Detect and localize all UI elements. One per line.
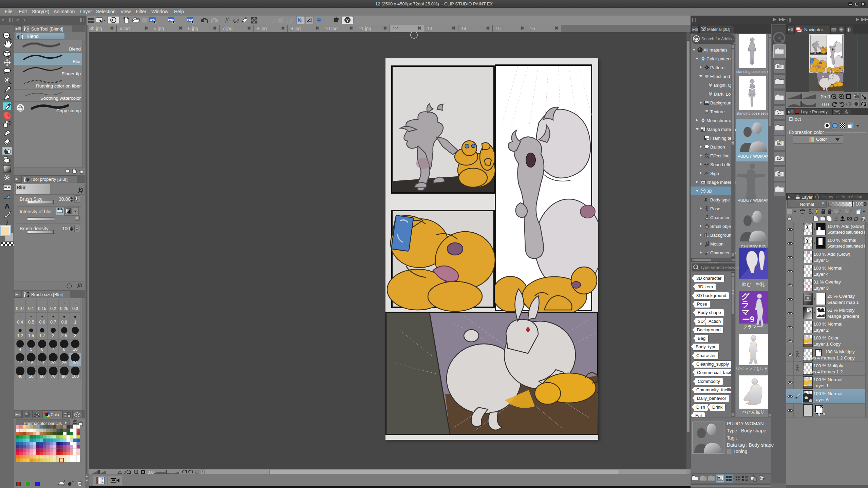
svg-text:standing pose set-stand: standing pose set-stand [736, 70, 771, 74]
svg-text:Motion: Motion [710, 241, 723, 247]
svg-text:30: 30 [73, 360, 78, 365]
svg-text:0.15: 0.15 [38, 306, 46, 311]
svg-text:70: 70 [51, 374, 56, 379]
svg-text:10: 10 [73, 347, 78, 352]
svg-text:0.4: 0.4 [17, 320, 23, 325]
svg-text:standing pose set-cross: standing pose set-cross [736, 111, 771, 115]
svg-text:25: 25 [62, 360, 67, 365]
svg-text:25.0: 25.0 [821, 94, 830, 99]
svg-text:25.0: 25.0 [117, 470, 126, 475]
svg-text:60: 60 [40, 374, 44, 379]
svg-text:Sound effec: Sound effec [710, 162, 734, 167]
svg-text:40: 40 [18, 374, 22, 379]
svg-text:All materials: All materials [703, 47, 728, 53]
svg-text:15: 15 [29, 360, 34, 365]
svg-text:5: 5 [30, 347, 32, 352]
svg-text:50: 50 [29, 374, 34, 379]
svg-text:Running color on fiber: Running color on fiber [36, 83, 81, 89]
svg-text:飲む 牛乳: 飲む 牛乳 [742, 282, 765, 287]
svg-text:1: 1 [74, 320, 76, 325]
svg-text:1.5: 1.5 [28, 333, 34, 338]
svg-text:Soothing watercolor: Soothing watercolor [40, 96, 81, 101]
svg-text:0.07: 0.07 [16, 306, 24, 311]
svg-text:80: 80 [62, 374, 67, 379]
svg-text:Texture: Texture [710, 109, 725, 114]
svg-text:Blend: Blend [69, 46, 81, 52]
svg-text:A: A [4, 202, 10, 210]
svg-text:0.3: 0.3 [72, 306, 78, 311]
svg-text:Pattern: Pattern [710, 65, 724, 70]
svg-text:Character: Character [710, 215, 730, 220]
svg-text:PUDGY WOMAN: PUDGY WOMAN [737, 198, 769, 203]
svg-text:0.0: 0.0 [148, 470, 154, 475]
svg-text:0.5: 0.5 [28, 320, 34, 325]
svg-text:Background: Background [710, 100, 734, 105]
svg-text:Copy stamp: Copy stamp [56, 108, 81, 113]
svg-text:?: ? [346, 18, 349, 23]
svg-text:100: 100 [72, 374, 79, 379]
svg-text:Background: Background [710, 233, 734, 238]
svg-text:17: 17 [40, 360, 44, 365]
svg-text:0.8: 0.8 [61, 320, 67, 325]
svg-text:Monochromati: Monochromati [706, 118, 734, 123]
svg-text:4: 4 [19, 347, 21, 352]
svg-text:ー9: ー9 [742, 315, 754, 324]
svg-text:Effect line: Effect line [710, 153, 730, 158]
svg-text:グラマー9: グラマー9 [743, 324, 763, 329]
svg-text:0.2: 0.2 [50, 306, 56, 311]
svg-text:1.7: 1.7 [39, 333, 45, 338]
svg-text:12: 12 [18, 360, 22, 365]
svg-text:6: 6 [41, 347, 43, 352]
svg-text:Color pattern: Color pattern [706, 56, 732, 61]
svg-text:2: 2 [52, 333, 54, 338]
svg-text:PUDGY WOMAN: PUDGY WOMAN [737, 154, 769, 159]
svg-text:Balloon: Balloon [710, 144, 725, 150]
svg-text:20: 20 [51, 360, 56, 365]
svg-text:Body type: Body type [710, 197, 730, 202]
svg-text:3D: 3D [706, 189, 712, 194]
svg-text:1.2: 1.2 [17, 333, 23, 338]
svg-text:7: 7 [52, 347, 54, 352]
svg-text:0.25: 0.25 [60, 306, 68, 311]
svg-text:8: 8 [63, 347, 65, 352]
svg-text:OPでジャンプをしそうな: OPでジャンプをしそうな [736, 367, 771, 371]
svg-text:2.5: 2.5 [61, 333, 67, 338]
svg-text:Finger tip: Finger tip [62, 71, 81, 76]
svg-text:3: 3 [74, 333, 76, 338]
svg-text:Pose: Pose [710, 206, 720, 211]
svg-text:ぺたん座り: ぺたん座り [742, 409, 765, 414]
svg-text:Blur: Blur [73, 59, 81, 64]
svg-text:0.6: 0.6 [39, 320, 45, 325]
svg-text:0.1: 0.1 [28, 306, 34, 311]
svg-text:0.0: 0.0 [822, 102, 829, 107]
svg-text:0.7: 0.7 [50, 320, 56, 325]
svg-text:Sign: Sign [710, 171, 719, 176]
svg-text:Dark, Lou: Dark, Lou [714, 92, 733, 97]
